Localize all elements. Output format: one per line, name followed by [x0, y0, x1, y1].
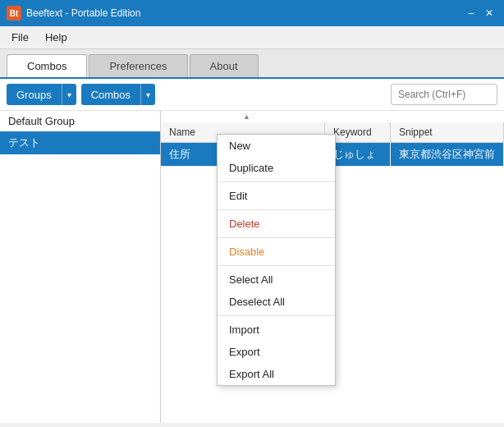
col-header-snippet[interactable]: Snippet	[391, 122, 504, 142]
groups-btn-group: Groups ▾	[7, 84, 76, 105]
ctx-delete[interactable]: Delete	[218, 213, 335, 235]
ctx-separator-4	[218, 265, 335, 266]
minimize-button[interactable]: –	[463, 5, 479, 21]
toolbar: Groups ▾ Combos ▾	[0, 79, 504, 111]
combos-button[interactable]: Combos	[81, 84, 140, 105]
ctx-separator-3	[218, 237, 335, 238]
search-input[interactable]	[391, 84, 497, 105]
ctx-separator-2	[218, 209, 335, 210]
ctx-select-all[interactable]: Select All	[218, 269, 335, 291]
ctx-new[interactable]: New	[218, 135, 335, 157]
tab-preferences[interactable]: Preferences	[89, 54, 187, 77]
main-content: Default Group テスト ▲ Name Keyword Snippet…	[0, 111, 504, 423]
ctx-export-all[interactable]: Export All	[218, 363, 335, 385]
menu-file[interactable]: File	[3, 28, 37, 47]
window-controls: – ✕	[463, 5, 497, 21]
ctx-deselect-all[interactable]: Deselect All	[218, 291, 335, 313]
context-menu: New Duplicate Edit Delete Disable Select…	[217, 134, 336, 386]
tab-combos[interactable]: Combos	[7, 54, 87, 77]
ctx-export[interactable]: Export	[218, 341, 335, 363]
ctx-separator-1	[218, 181, 335, 182]
combos-panel: ▲ Name Keyword Snippet 住所 じゅしょ 東京都渋谷区神宮前…	[161, 111, 504, 423]
combos-dropdown-button[interactable]: ▾	[140, 84, 155, 105]
groups-dropdown-button[interactable]: ▾	[62, 84, 76, 105]
menu-bar: File Help	[0, 26, 504, 49]
ctx-edit[interactable]: Edit	[218, 185, 335, 207]
groups-panel: Default Group テスト	[0, 111, 161, 423]
ctx-duplicate[interactable]: Duplicate	[218, 157, 335, 179]
cell-snippet: 東京都渋谷区神宮前	[391, 143, 504, 166]
menu-help[interactable]: Help	[37, 28, 76, 47]
tab-bar: Combos Preferences About	[0, 49, 504, 79]
combos-btn-group: Combos ▾	[81, 84, 155, 105]
ctx-disable[interactable]: Disable	[218, 241, 335, 263]
close-button[interactable]: ✕	[481, 5, 497, 21]
groups-button[interactable]: Groups	[7, 84, 62, 105]
ctx-import[interactable]: Import	[218, 319, 335, 341]
group-item-test[interactable]: テスト	[0, 131, 160, 154]
tab-about[interactable]: About	[190, 54, 259, 77]
group-item-default[interactable]: Default Group	[0, 111, 160, 131]
title-bar: Bt Beeftext - Portable Edition – ✕	[0, 0, 504, 26]
app-icon: Bt	[7, 6, 21, 21]
ctx-separator-5	[218, 315, 335, 316]
app-title: Beeftext - Portable Edition	[26, 7, 463, 19]
